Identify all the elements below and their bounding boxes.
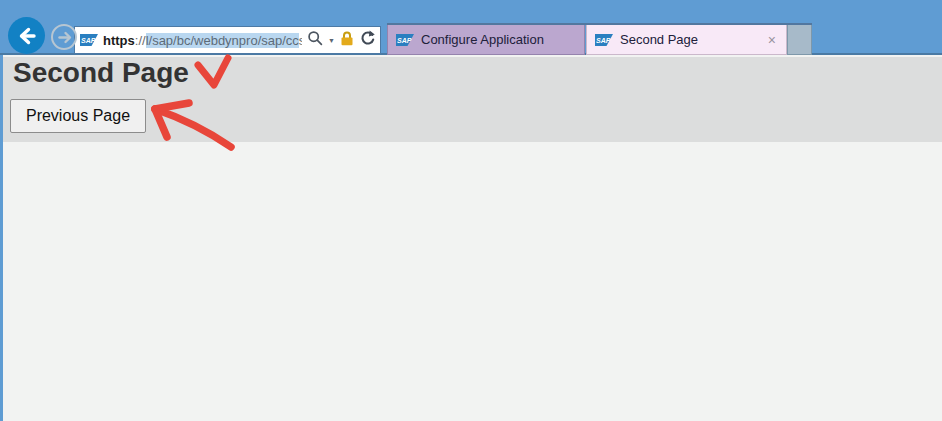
refresh-icon[interactable]	[359, 30, 375, 50]
back-button[interactable]	[8, 17, 45, 54]
forward-button[interactable]	[51, 24, 77, 50]
sap-favicon-icon: SAP	[595, 34, 613, 46]
tab-configure-application[interactable]: SAP Configure Application	[387, 25, 585, 55]
forward-icon	[56, 29, 73, 46]
sap-favicon-icon: SAP	[80, 34, 98, 46]
svg-text:SAP: SAP	[596, 37, 611, 44]
search-icon[interactable]	[307, 30, 323, 50]
tab-second-page[interactable]: SAP Second Page ×	[586, 25, 787, 55]
tab-label: Second Page	[620, 32, 698, 47]
url-scheme: https	[103, 33, 135, 48]
sap-favicon-icon: SAP	[396, 34, 414, 46]
browser-window: SAP https://l/sap/bc/webdynpro/sap/ccsap…	[0, 0, 942, 421]
new-tab-button[interactable]	[787, 25, 812, 55]
tab-strip-top-border	[387, 23, 812, 25]
previous-page-button[interactable]: Previous Page	[10, 99, 146, 133]
url-suffix-text: sap/l	[299, 33, 302, 48]
address-bar[interactable]: SAP https://l/sap/bc/webdynpro/sap/ccsap…	[74, 26, 381, 54]
back-icon	[15, 24, 39, 48]
url-text: https://l/sap/bc/webdynpro/sap/ccsap/l	[103, 33, 302, 48]
svg-text:SAP: SAP	[81, 37, 96, 44]
url-selected-text: l/sap/bc/webdynpro/sap/cc	[146, 33, 299, 48]
lock-icon[interactable]	[340, 31, 354, 50]
url-separator: ://	[135, 33, 146, 48]
page-title: Second Page	[13, 57, 189, 88]
tab-label: Configure Application	[421, 32, 544, 47]
page-content-area	[3, 142, 942, 421]
svg-text:SAP: SAP	[397, 37, 412, 44]
close-tab-icon[interactable]: ×	[766, 33, 778, 47]
search-dropdown-caret-icon[interactable]: ▼	[328, 37, 335, 44]
